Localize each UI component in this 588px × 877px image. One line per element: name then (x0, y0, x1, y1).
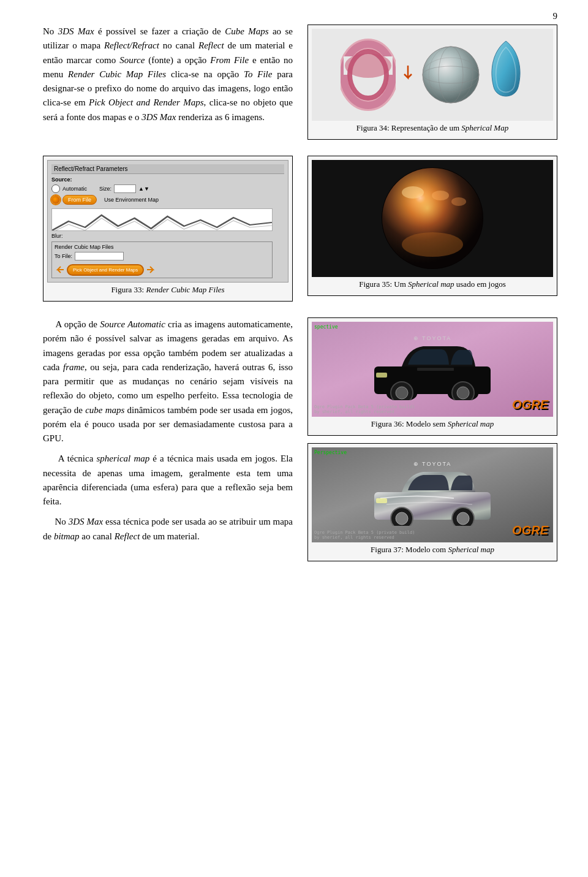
second-section: Reflect/Refract Parameters Source: Autom… (43, 156, 557, 306)
radio-fromfile (51, 196, 60, 204)
paragraph-3: A técnica spherical map é a técnica mais… (43, 452, 293, 509)
globe-svg (420, 44, 481, 105)
paragraph-1: No 3DS Max é possível se fazer a criação… (43, 25, 293, 124)
car-37-svg (368, 465, 497, 526)
torus-svg (341, 38, 396, 112)
third-section: A opção de Source Automatic cria as imag… (43, 317, 557, 566)
figures-36-37-col: spective (307, 317, 557, 566)
figure-36-img: spective (312, 322, 553, 417)
figure-34-box: Figura 34: Representação de um Spherical… (307, 25, 557, 140)
pick-object-button[interactable]: Pick Object and Render Maps (67, 264, 144, 276)
tofile-label: To File: (55, 253, 72, 259)
size-input[interactable] (114, 184, 136, 193)
right-column-top: Figura 34: Representação de um Spherical… (307, 25, 557, 145)
render-label-37: Perspective (314, 450, 347, 455)
ogre-logo-37: OGRE (512, 523, 548, 537)
car-36-svg (368, 339, 497, 400)
fig33-fromfile-row: From File Use Environment Map (51, 195, 159, 205)
svg-point-16 (451, 197, 466, 206)
figure-36-caption: Figura 36: Modelo sem Spherical map (371, 419, 494, 429)
page: 9 No 3DS Max é possível se fazer a criaç… (0, 0, 588, 877)
ogre-logo-36: OGRE (512, 398, 548, 412)
svg-point-29 (396, 512, 408, 525)
section-label: Render Cubic Map Files (55, 244, 270, 250)
figure-33-box: Reflect/Refract Parameters Source: Autom… (43, 156, 293, 302)
paragraph-2: A opção de Source Automatic cria as imag… (43, 317, 293, 446)
copyright-36: Ogre Plugin Pack Beta 5 (private build)b… (314, 404, 415, 414)
toyota-logo-37: ⊕ TOYOTA (413, 461, 452, 467)
arrow-svg (402, 66, 414, 84)
figure-33-ui: Reflect/Refract Parameters Source: Autom… (47, 160, 288, 283)
size-label: Size: (99, 186, 111, 192)
figure-35-img (312, 160, 553, 277)
teardrop-svg (488, 38, 524, 112)
render-label-36: spective (314, 324, 338, 330)
source-label: Source: (51, 177, 72, 183)
paragraph-4: No 3DS Max essa técnica pode ser usada a… (43, 515, 293, 544)
svg-point-31 (457, 512, 469, 525)
automatic-label: Automatic (62, 186, 87, 192)
tofile-input[interactable] (75, 252, 124, 260)
figure-36-box: spective (307, 317, 557, 436)
figure-33-col: Reflect/Refract Parameters Source: Autom… (43, 156, 293, 306)
figure-35-col: Figura 35: Um Spherical map usado em jog… (307, 156, 557, 306)
toyota-logo-36: ⊕ TOYOTA (413, 335, 452, 341)
fig33-title: Reflect/Refract Parameters (51, 164, 284, 174)
svg-rect-25 (376, 373, 387, 378)
figure-34-caption: Figura 34: Representação de um Spherical… (356, 123, 508, 133)
blur-label: Blur: (51, 233, 63, 239)
svg-point-17 (402, 232, 463, 257)
arrow-right-icon (144, 264, 156, 276)
svg-point-22 (396, 387, 408, 399)
svg-rect-26 (417, 368, 454, 371)
use-env-label: Use Environment Map (104, 197, 159, 203)
figure-37-img: Perspective (312, 447, 553, 542)
figure-37-box: Perspective (307, 443, 557, 561)
figure-33-caption: Figura 33: Render Cubic Map Files (111, 285, 224, 295)
text-col-2: A opção de Source Automatic cria as imag… (43, 317, 293, 566)
pick-button-row: Pick Object and Render Maps (55, 263, 270, 276)
svg-point-24 (457, 387, 469, 399)
fig33-automatic-row: Automatic Size: ▲▼ (51, 184, 149, 193)
radio-automatic (51, 184, 60, 193)
tofile-row: To File: (55, 252, 270, 260)
svg-point-15 (432, 191, 449, 200)
from-file-button[interactable]: From File (62, 195, 97, 205)
figure-35-caption: Figura 35: Um Spherical map usado em jog… (359, 279, 505, 289)
figure-37-caption: Figura 37: Modelo com Spherical map (371, 545, 494, 555)
waveform-area (51, 208, 273, 231)
page-number: 9 (553, 11, 558, 21)
fig33-source-row: Source: (51, 177, 72, 183)
left-column: No 3DS Max é possível se fazer a criação… (43, 25, 293, 145)
svg-point-5 (423, 47, 479, 103)
arrow-left-icon (55, 264, 67, 276)
figure-35-box: Figura 35: Um Spherical map usado em jog… (307, 156, 557, 296)
sphere-35-svg (379, 165, 486, 272)
svg-point-14 (402, 186, 424, 199)
cubic-map-section: Render Cubic Map Files To File: Pick Obj… (51, 241, 273, 278)
svg-rect-32 (376, 498, 387, 503)
top-section: No 3DS Max é possível se fazer a criação… (43, 25, 557, 145)
copyright-37: Ogre Plugin Pack Beta 5 (private build)b… (314, 530, 415, 540)
